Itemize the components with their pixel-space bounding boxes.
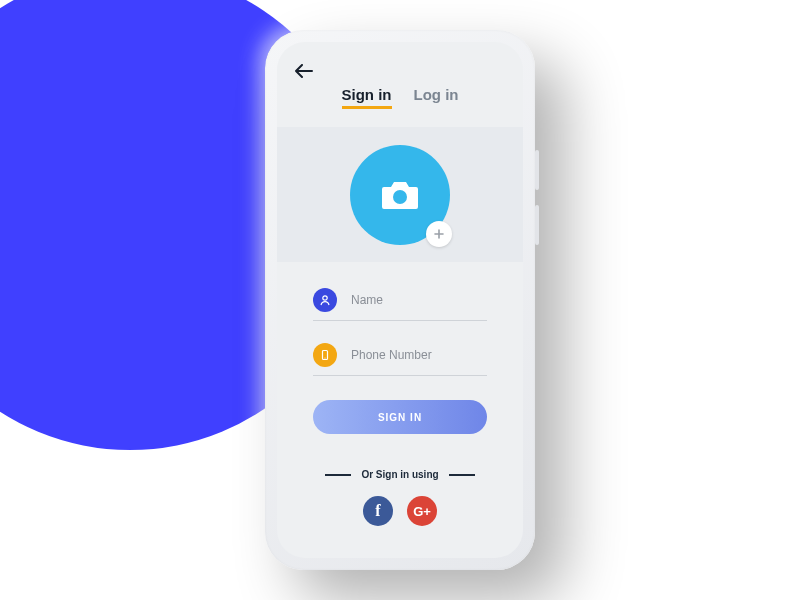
back-button[interactable]	[295, 64, 313, 78]
svg-point-3	[324, 357, 325, 358]
avatar-zone	[277, 127, 523, 262]
google-plus-icon: G+	[413, 504, 431, 519]
signin-form: SIGN IN	[313, 282, 487, 434]
name-field-row	[313, 282, 487, 321]
signin-button[interactable]: SIGN IN	[313, 400, 487, 434]
screen: Sign in Log in	[277, 42, 523, 558]
social-row: f G+	[277, 496, 523, 526]
svg-point-1	[323, 296, 327, 300]
plus-icon	[433, 228, 445, 240]
back-arrow-icon	[295, 64, 313, 78]
avatar-add-button[interactable]	[426, 221, 452, 247]
phone-field-row	[313, 337, 487, 376]
tab-signin[interactable]: Sign in	[342, 86, 392, 109]
auth-tabs: Sign in Log in	[277, 86, 523, 109]
google-button[interactable]: G+	[407, 496, 437, 526]
facebook-button[interactable]: f	[363, 496, 393, 526]
divider-line-left	[325, 474, 351, 476]
tab-login[interactable]: Log in	[414, 86, 459, 109]
camera-icon	[380, 179, 420, 211]
name-input[interactable]	[349, 292, 503, 308]
social-divider: Or Sign in using	[277, 469, 523, 480]
avatar-picker[interactable]	[350, 145, 450, 245]
facebook-icon: f	[375, 502, 380, 520]
divider-label: Or Sign in using	[361, 469, 438, 480]
phone-input[interactable]	[349, 347, 503, 363]
svg-point-0	[393, 190, 407, 204]
phone-icon	[313, 343, 337, 367]
user-icon	[313, 288, 337, 312]
device-frame: Sign in Log in	[265, 30, 535, 570]
divider-line-right	[449, 474, 475, 476]
